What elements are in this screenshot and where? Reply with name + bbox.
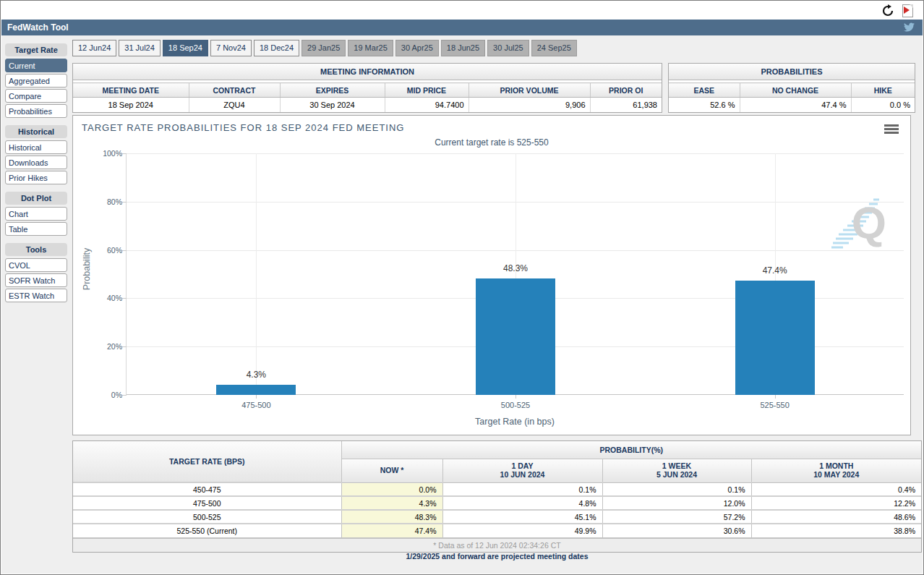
col-header: MEETING DATE bbox=[73, 83, 189, 98]
sidebar-item-historical[interactable]: Historical bbox=[5, 140, 67, 154]
chart-title: TARGET RATE PROBABILITIES FOR 18 SEP 202… bbox=[82, 122, 404, 133]
prior-volume-value: 9,906 bbox=[469, 98, 590, 112]
tab-7-nov24[interactable]: 7 Nov24 bbox=[210, 40, 252, 56]
col-header: EXPIRES bbox=[280, 83, 385, 98]
tab-12-jun24[interactable]: 12 Jun24 bbox=[72, 40, 116, 56]
probability-cell-day: 0.1% bbox=[442, 482, 602, 496]
bar-525-550[interactable] bbox=[735, 281, 815, 395]
header-line: 10 MAY 2024 bbox=[752, 470, 922, 479]
tab-30-jul25[interactable]: 30 Jul25 bbox=[487, 40, 529, 56]
y-axis-tick bbox=[122, 346, 127, 347]
sidebar-item-downloads[interactable]: Downloads bbox=[5, 156, 67, 169]
refresh-icon[interactable] bbox=[881, 4, 894, 17]
col-header: PRIOR VOLUME bbox=[469, 83, 590, 98]
tab-30-apr25[interactable]: 30 Apr25 bbox=[395, 40, 439, 56]
probabilities-title: PROBABILITIES bbox=[669, 64, 915, 80]
probabilities-table: EASE NO CHANGE HIKE 52.6 % 47.4 % 0.0 % bbox=[669, 82, 915, 112]
probability-group-header: PROBABILITY(%) bbox=[341, 441, 921, 459]
page-fold bbox=[910, 4, 913, 8]
mid-price-value: 94.7400 bbox=[385, 98, 469, 112]
probability-cell-month: 12.2% bbox=[751, 496, 921, 510]
one-month-header: 1 MONTH 10 MAY 2024 bbox=[751, 459, 921, 482]
y-tick-label: 20% bbox=[92, 342, 122, 351]
now-header: NOW * bbox=[341, 459, 442, 482]
probability-cell-week: 30.6% bbox=[602, 524, 751, 537]
col-header: NO CHANGE bbox=[740, 83, 851, 98]
tab-31-jul24[interactable]: 31 Jul24 bbox=[119, 40, 161, 56]
col-header: MID PRICE bbox=[385, 83, 469, 98]
prob-table-row-525-550-current: 525-550 (Current)47.4%49.9%30.6%38.8% bbox=[73, 524, 921, 537]
hamburger-menu-icon[interactable] bbox=[884, 124, 899, 135]
target-rate-cell: 500-525 bbox=[73, 510, 341, 524]
y-tick-label: 80% bbox=[92, 197, 122, 206]
probability-cell-month: 48.6% bbox=[751, 510, 921, 524]
sidebar-item-chart[interactable]: Chart bbox=[5, 207, 67, 221]
one-day-header: 1 DAY 10 JUN 2024 bbox=[442, 459, 602, 482]
probability-cell-now: 4.3% bbox=[341, 496, 442, 510]
header-line: 5 JUN 2024 bbox=[603, 470, 751, 479]
prob-table-row-475-500: 475-5004.3%4.8%12.0%12.2% bbox=[73, 496, 921, 510]
probabilities-panel: PROBABILITIES EASE NO CHANGE HIKE 52.6 %… bbox=[668, 63, 915, 113]
y-tick-label: 60% bbox=[92, 246, 122, 255]
x-gridline bbox=[256, 153, 257, 395]
y-axis-tick bbox=[122, 395, 127, 396]
sidebar-section-target-rate: Target Rate bbox=[5, 43, 67, 56]
meeting-info-title: MEETING INFORMATION bbox=[73, 64, 662, 80]
y-axis-title: Probability bbox=[82, 237, 92, 302]
tab-19-mar25[interactable]: 19 Mar25 bbox=[348, 40, 393, 56]
header-line: 1 DAY bbox=[443, 461, 602, 470]
meeting-info-table: MEETING DATE CONTRACT EXPIRES MID PRICE … bbox=[73, 82, 662, 112]
sidebar-item-prior-hikes[interactable]: Prior Hikes bbox=[5, 171, 67, 184]
bar-475-500[interactable] bbox=[216, 385, 296, 395]
header-line: 1 WEEK bbox=[603, 461, 751, 470]
y-tick-label: 100% bbox=[92, 149, 122, 158]
prior-oi-value: 61,938 bbox=[590, 98, 662, 112]
sidebar-item-cvol[interactable]: CVOL bbox=[5, 258, 67, 272]
sidebar-item-aggregated[interactable]: Aggregated bbox=[5, 74, 67, 88]
tab-18-jun25[interactable]: 18 Jun25 bbox=[441, 40, 485, 56]
sidebar-item-probabilities[interactable]: Probabilities bbox=[5, 104, 67, 118]
twitter-bird-icon[interactable] bbox=[903, 22, 915, 33]
sidebar-item-table[interactable]: Table bbox=[5, 222, 67, 236]
target-rate-bps-header: TARGET RATE (BPS) bbox=[73, 441, 341, 482]
main-area: 12 Jun2431 Jul2418 Sep247 Nov2418 Dec242… bbox=[71, 35, 924, 574]
sidebar-item-estr-watch[interactable]: ESTR Watch bbox=[5, 289, 67, 302]
probability-cell-month: 0.4% bbox=[751, 482, 921, 496]
tab-18-dec24[interactable]: 18 Dec24 bbox=[254, 40, 299, 56]
tab-18-sep24[interactable]: 18 Sep24 bbox=[163, 40, 208, 56]
x-category-label: 525-550 bbox=[732, 401, 818, 409]
pdf-export-icon[interactable] bbox=[902, 4, 913, 17]
target-rate-cell: 450-475 bbox=[73, 482, 341, 496]
y-tick-label: 0% bbox=[92, 391, 122, 399]
x-axis-tick bbox=[256, 395, 257, 399]
bar-500-525[interactable] bbox=[476, 278, 555, 395]
sidebar: Target RateCurrentAggregatedCompareProba… bbox=[3, 41, 69, 304]
meeting-tabs: 12 Jun2431 Jul2418 Sep247 Nov2418 Dec242… bbox=[72, 40, 577, 56]
sidebar-item-compare[interactable]: Compare bbox=[5, 89, 67, 103]
tab-24-sep25[interactable]: 24 Sep25 bbox=[531, 40, 577, 56]
probability-history-table: TARGET RATE (BPS) PROBABILITY(%) NOW * 1… bbox=[73, 441, 921, 538]
data-as-of-footnote: * Data as of 12 Jun 2024 02:34:26 CT bbox=[73, 538, 921, 552]
probability-history-panel: TARGET RATE (BPS) PROBABILITY(%) NOW * 1… bbox=[72, 440, 922, 553]
hike-value: 0.0 % bbox=[851, 98, 915, 112]
red-arrow bbox=[904, 7, 910, 14]
bar-value-label: 4.3% bbox=[223, 370, 288, 380]
probability-cell-now: 0.0% bbox=[341, 482, 442, 496]
probability-cell-day: 4.8% bbox=[442, 496, 602, 510]
probability-cell-day: 45.1% bbox=[442, 510, 602, 524]
quikstrike-watermark: Q bbox=[831, 195, 891, 250]
sidebar-item-current[interactable]: Current bbox=[5, 59, 67, 72]
prob-table-row-450-475: 450-4750.0%0.1%0.1%0.4% bbox=[73, 482, 921, 496]
prob-table-body: 450-4750.0%0.1%0.1%0.4%475-5004.3%4.8%12… bbox=[73, 482, 921, 537]
header-line: 10 JUN 2024 bbox=[443, 470, 602, 479]
tab-29-jan25[interactable]: 29 Jan25 bbox=[301, 40, 346, 56]
projected-dates-note: 1/29/2025 and forward are projected meet… bbox=[72, 552, 922, 561]
sidebar-item-sofr-watch[interactable]: SOFR Watch bbox=[5, 273, 67, 287]
app-header: FedWatch Tool bbox=[1, 20, 923, 35]
one-week-header: 1 WEEK 5 JUN 2024 bbox=[602, 459, 751, 482]
probability-cell-week: 57.2% bbox=[602, 510, 751, 524]
prob-table-row-500-525: 500-52548.3%45.1%57.2%48.6% bbox=[73, 510, 921, 524]
x-axis-tick bbox=[516, 395, 516, 399]
sidebar-section-tools: Tools bbox=[5, 243, 67, 256]
fedwatch-page: FedWatch Tool Target RateCurrentAggregat… bbox=[0, 0, 924, 575]
